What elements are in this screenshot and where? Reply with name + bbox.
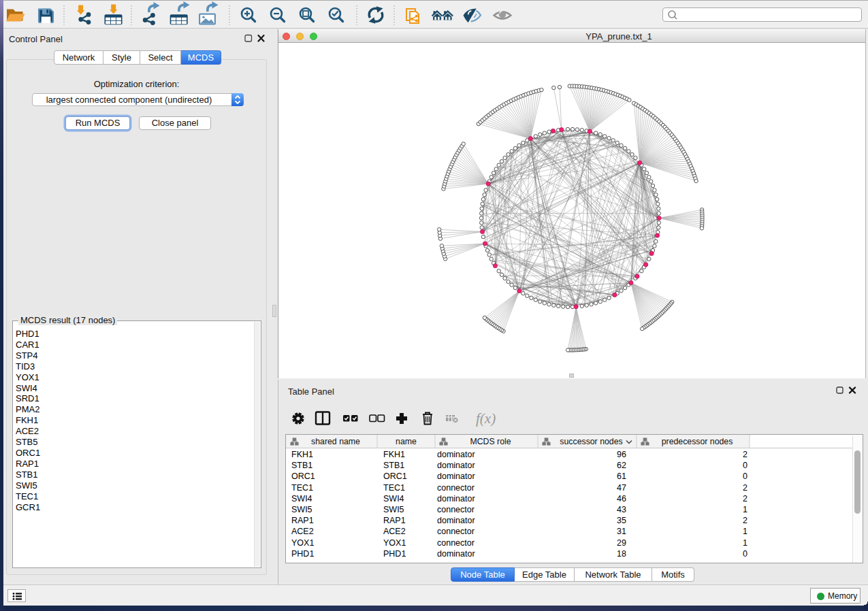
svg-text:name: name xyxy=(396,437,417,446)
svg-text:shared name: shared name xyxy=(311,437,360,446)
svg-text:successor nodes: successor nodes xyxy=(560,437,622,446)
svg-text:MCDS role: MCDS role xyxy=(470,437,511,446)
svg-text:f(x): f(x) xyxy=(476,410,496,427)
svg-text:predecessor nodes: predecessor nodes xyxy=(662,437,733,446)
